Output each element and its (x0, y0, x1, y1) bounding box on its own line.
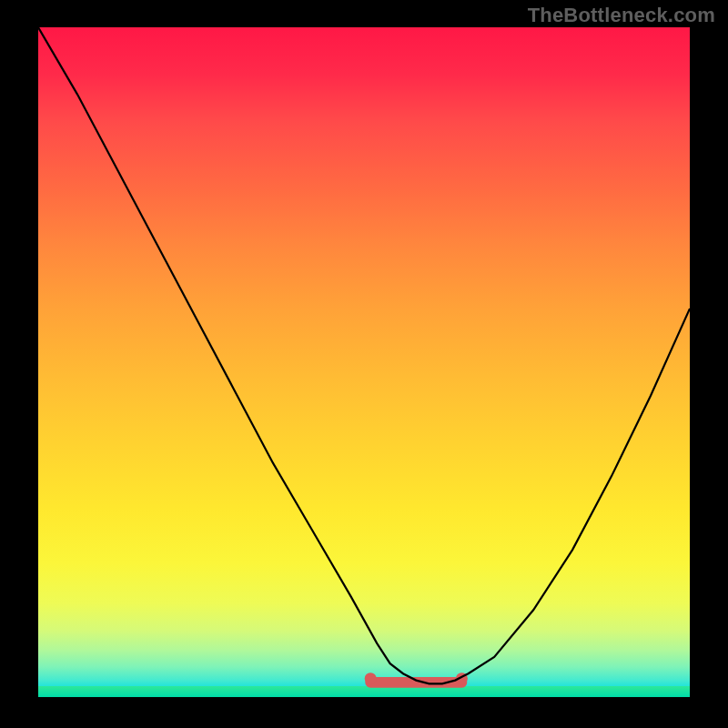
valley-marker-group (365, 672, 468, 684)
plot-area (38, 27, 690, 697)
svg-point-1 (365, 672, 377, 684)
chart-container: TheBottleneck.com (0, 0, 728, 728)
bottleneck-curve (38, 27, 690, 683)
watermark-text: TheBottleneck.com (528, 4, 715, 27)
curve-overlay (38, 27, 690, 697)
